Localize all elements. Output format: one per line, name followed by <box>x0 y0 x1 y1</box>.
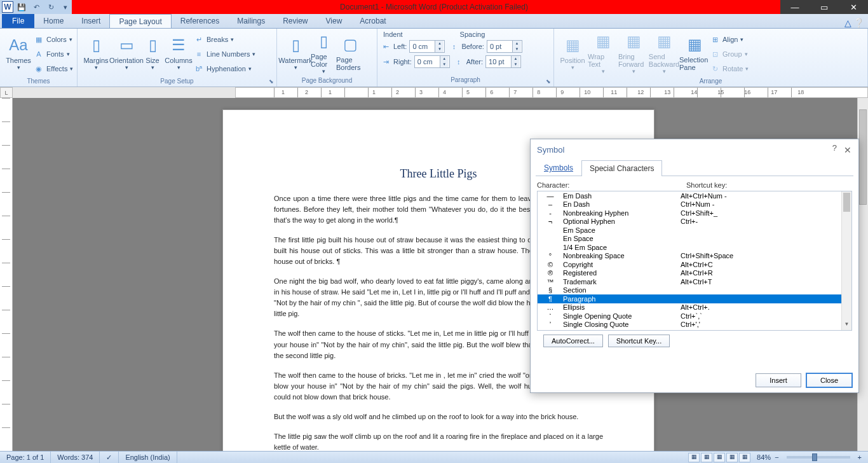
char-row[interactable]: -Nonbreaking HyphenCtrl+Shift+_ <box>538 209 851 218</box>
close-button[interactable]: ✕ <box>839 0 868 14</box>
zoom-in-button[interactable]: + <box>855 453 864 461</box>
view-full-screen[interactable]: ▦ <box>701 453 712 462</box>
themes-icon: Aa <box>8 35 29 55</box>
autocorrect-button[interactable]: AutoCorrect... <box>543 335 603 347</box>
selection-pane-icon: ▦ <box>684 34 705 55</box>
page-borders-button[interactable]: ▢Page Borders <box>336 31 364 75</box>
vertical-ruler[interactable] <box>0 98 13 451</box>
bring-forward-button: ▦Bring Forward▾ <box>618 31 649 75</box>
char-row[interactable]: ‘Single Opening QuoteCtrl+`,` <box>538 312 851 321</box>
watermark-icon: ▯ <box>285 35 306 55</box>
title-bar: W 💾 ↶ ↻ ▾ Document1 - Microsoft Word (Pr… <box>0 0 868 14</box>
view-print-layout[interactable]: ▦ <box>688 453 700 462</box>
minimize-ribbon-icon[interactable]: △ <box>844 18 851 28</box>
char-row[interactable]: En Space <box>538 235 851 244</box>
page-setup-launcher[interactable]: ⬊ <box>268 78 275 86</box>
indent-right-input[interactable]: 0 cm▲▼ <box>414 55 450 68</box>
char-row[interactable]: ©CopyrightAlt+Ctrl+C <box>538 260 851 269</box>
tab-page-layout[interactable]: Page Layout <box>109 14 171 28</box>
word-app-icon[interactable]: W <box>2 1 13 13</box>
wrap-text-button: ▦Wrap Text▾ <box>588 31 618 75</box>
tab-view[interactable]: View <box>317 14 351 28</box>
align-button[interactable]: ⊞Align▾ <box>710 32 749 46</box>
columns-button[interactable]: ☰Columns▾ <box>163 31 194 75</box>
dialog-close-icon[interactable]: ✕ <box>841 143 855 157</box>
save-icon[interactable]: 💾 <box>15 1 28 13</box>
char-row[interactable]: ™TrademarkAlt+Ctrl+T <box>538 277 851 286</box>
themes-button[interactable]: Aa Themes ▾ <box>3 31 34 75</box>
char-row[interactable]: –En DashCtrl+Num - <box>538 200 851 209</box>
undo-icon[interactable]: ↶ <box>30 1 43 13</box>
tab-symbols-dlg[interactable]: Symbols <box>536 160 581 176</box>
status-page[interactable]: Page: 1 of 1 <box>0 452 51 463</box>
dialog-help-icon[interactable]: ? <box>832 143 837 153</box>
paragraph-launcher[interactable]: ⬊ <box>545 78 552 86</box>
orientation-button[interactable]: ▭Orientation▾ <box>111 31 142 75</box>
view-draft[interactable]: ▦ <box>739 453 750 462</box>
indent-right-icon: ⇥ <box>381 57 391 67</box>
size-button[interactable]: ▯Size▾ <box>142 31 163 75</box>
char-row[interactable]: ®RegisteredAlt+Ctrl+R <box>538 269 851 278</box>
view-web-layout[interactable]: ▦ <box>714 453 725 462</box>
char-row[interactable]: "Double Opening QuoteCtrl+`," <box>538 329 851 331</box>
breaks-icon: ↵ <box>194 34 204 45</box>
char-row[interactable]: …EllipsisAlt+Ctrl+. <box>538 303 851 312</box>
tab-mailings[interactable]: Mailings <box>228 14 274 28</box>
horizontal-ruler[interactable]: 121123456789101112131415161718 <box>13 87 868 98</box>
tab-special-characters[interactable]: Special Characters <box>581 160 662 176</box>
indent-left-input[interactable]: 0 cm▲▼ <box>409 40 445 53</box>
tab-insert[interactable]: Insert <box>72 14 109 28</box>
tab-acrobat[interactable]: Acrobat <box>351 14 395 28</box>
line-numbers-button[interactable]: ≡Line Numbers▾ <box>194 47 255 61</box>
theme-colors-button[interactable]: ▦Colors▾ <box>34 32 73 46</box>
spacing-before-icon: ↕ <box>449 41 459 52</box>
status-words[interactable]: Words: 374 <box>51 452 100 463</box>
char-row[interactable]: ’Single Closing QuoteCtrl+',' <box>538 321 851 329</box>
theme-fonts-button[interactable]: AFonts▾ <box>34 47 73 61</box>
char-row[interactable]: Em Space <box>538 226 851 235</box>
view-outline[interactable]: ▦ <box>726 453 738 462</box>
char-row[interactable]: 1/4 Em Space <box>538 243 851 252</box>
zoom-level[interactable]: 84% <box>757 453 771 461</box>
hyphenation-button[interactable]: bªHyphenation▾ <box>194 62 255 76</box>
special-char-list[interactable]: —Em DashAlt+Ctrl+Num -–En DashCtrl+Num -… <box>537 191 852 331</box>
proofing-icon: ✓ <box>106 453 112 462</box>
char-row[interactable]: °Nonbreaking SpaceCtrl+Shift+Space <box>538 252 851 261</box>
restore-button[interactable]: ▭ <box>810 0 839 14</box>
rotate-button: ↻Rotate▾ <box>710 62 749 76</box>
ruler-corner[interactable]: L <box>0 87 13 98</box>
spacing-after-icon: ↕ <box>454 57 464 67</box>
breaks-button[interactable]: ↵Breaks▾ <box>194 32 255 46</box>
char-row[interactable]: ¬Optional HyphenCtrl+- <box>538 218 851 226</box>
char-row[interactable]: —Em DashAlt+Ctrl+Num - <box>538 191 851 200</box>
zoom-out-button[interactable]: − <box>772 453 781 461</box>
page-borders-icon: ▢ <box>340 34 360 55</box>
theme-effects-button[interactable]: ◉Effects▾ <box>34 62 73 76</box>
watermark-button[interactable]: ▯Watermark▾ <box>280 31 311 75</box>
margins-button[interactable]: ▯Margins▾ <box>81 31 111 75</box>
redo-icon[interactable]: ↻ <box>44 1 57 13</box>
spacing-after-input[interactable]: 10 pt▲▼ <box>485 55 521 68</box>
shortcut-key-button[interactable]: Shortcut Key... <box>608 335 670 347</box>
qat-customize-icon[interactable]: ▾ <box>59 1 72 13</box>
forward-icon: ▦ <box>623 31 644 52</box>
minimize-button[interactable]: — <box>780 0 810 14</box>
margins-icon: ▯ <box>86 35 106 55</box>
tab-file[interactable]: File <box>2 14 34 28</box>
zoom-slider[interactable] <box>787 456 850 459</box>
char-list-scrollbar[interactable]: ▲▼ <box>841 191 851 330</box>
spacing-before-input[interactable]: 0 pt▲▼ <box>487 40 522 53</box>
tab-references[interactable]: References <box>172 14 228 28</box>
selection-pane-button[interactable]: ▦Selection Pane <box>679 31 710 75</box>
insert-button[interactable]: Insert <box>756 373 801 387</box>
group-icon: ⊡ <box>710 49 720 59</box>
page-color-button[interactable]: ▯Page Color▾ <box>311 31 336 75</box>
close-dialog-button[interactable]: Close <box>806 373 852 387</box>
help-icon[interactable]: ❔ <box>853 18 864 28</box>
status-proofing[interactable]: ✓ <box>100 452 119 463</box>
tab-home[interactable]: Home <box>34 14 72 28</box>
tab-review[interactable]: Review <box>274 14 316 28</box>
char-row[interactable]: ¶Paragraph <box>538 294 851 303</box>
status-language[interactable]: English (India) <box>119 452 177 463</box>
char-row[interactable]: §Section <box>538 286 851 295</box>
